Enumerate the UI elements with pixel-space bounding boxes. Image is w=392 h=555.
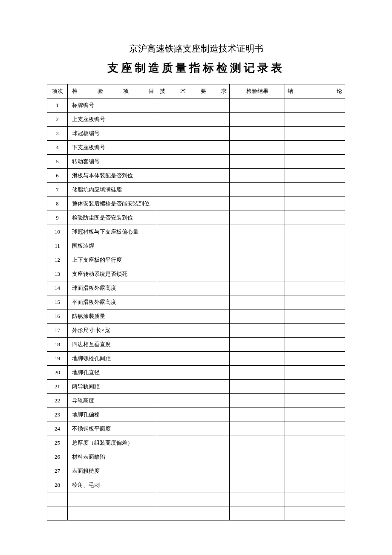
cell-idx: 22	[47, 394, 68, 408]
cell-idx: 18	[47, 338, 68, 352]
cell-item: 支座转动系统是否锁死	[68, 267, 157, 281]
cell-conclusion	[285, 366, 345, 380]
cell-conclusion	[285, 394, 345, 408]
cell-result	[230, 183, 285, 197]
cell-item: 平面滑板外露高度	[68, 295, 157, 309]
cell-req	[157, 281, 230, 295]
cell-result	[230, 225, 285, 239]
cell-item: 棱角、毛刺	[68, 478, 157, 492]
cell-item: 球面滑板外露高度	[68, 281, 157, 295]
cell-item: 球冠衬板与下支座板偏心量	[68, 225, 157, 239]
document-subtitle: 京沪高速铁路支座制造技术证明书	[47, 43, 345, 55]
cell-item: 下支座板编号	[68, 141, 157, 155]
cell-result	[230, 394, 285, 408]
table-row: 2上支座板编号	[47, 113, 345, 127]
table-row: 16防锈涂装质量	[47, 309, 345, 324]
table-row: 27表面粗糙度	[47, 464, 345, 478]
cell-item: 上下支座板的平行度	[68, 253, 157, 267]
cell-conclusion	[285, 380, 345, 394]
cell-conclusion	[285, 211, 345, 225]
cell-result	[230, 380, 285, 394]
cell-result	[230, 324, 285, 338]
cell-item: 表面粗糙度	[68, 464, 157, 478]
cell-result	[230, 309, 285, 324]
cell-result	[230, 155, 285, 169]
table-row: 12上下支座板的平行度	[47, 253, 345, 267]
table-row: 20地脚孔直径	[47, 366, 345, 380]
cell-conclusion	[285, 450, 345, 464]
cell-idx: 1	[47, 98, 68, 113]
cell-idx: 9	[47, 211, 68, 225]
table-row	[47, 506, 345, 520]
cell-result	[230, 281, 285, 295]
cell-idx: 3	[47, 127, 68, 141]
table-row: 13支座转动系统是否锁死	[47, 267, 345, 281]
cell-req	[157, 253, 230, 267]
table-row: 23地脚孔偏移	[47, 408, 345, 422]
cell-conclusion	[285, 309, 345, 324]
cell-result	[230, 506, 285, 520]
cell-req	[157, 197, 230, 211]
cell-idx: 5	[47, 155, 68, 169]
table-row: 28棱角、毛刺	[47, 478, 345, 492]
cell-req	[157, 211, 230, 225]
cell-item: 地脚螺栓孔间距	[68, 352, 157, 366]
cell-req	[157, 394, 230, 408]
cell-req	[157, 422, 230, 436]
cell-idx: 4	[47, 141, 68, 155]
cell-result	[230, 98, 285, 113]
table-row: 4下支座板编号	[47, 141, 345, 155]
cell-req	[157, 380, 230, 394]
cell-result	[230, 239, 285, 253]
cell-item: 滑板与本体装配是否到位	[68, 169, 157, 183]
cell-item: 地脚孔直径	[68, 366, 157, 380]
cell-item: 外形尺寸:长×宽	[68, 324, 157, 338]
cell-result	[230, 267, 285, 281]
cell-conclusion	[285, 338, 345, 352]
cell-result	[230, 408, 285, 422]
table-row: 15平面滑板外露高度	[47, 295, 345, 309]
cell-result	[230, 197, 285, 211]
table-row: 6滑板与本体装配是否到位	[47, 169, 345, 183]
cell-result	[230, 352, 285, 366]
cell-idx: 16	[47, 309, 68, 324]
cell-req	[157, 436, 230, 450]
cell-conclusion	[285, 197, 345, 211]
cell-idx: 21	[47, 380, 68, 394]
cell-req	[157, 183, 230, 197]
cell-conclusion	[285, 436, 345, 450]
cell-req	[157, 366, 230, 380]
document-title: 支座制造质量指标检测记录表	[47, 61, 345, 75]
cell-conclusion	[285, 98, 345, 113]
table-body: 1标牌编号2上支座板编号3球冠板编号4下支座板编号5转动套编号6滑板与本体装配是…	[47, 98, 345, 520]
cell-item: 四边相互垂直度	[68, 338, 157, 352]
cell-result	[230, 253, 285, 267]
cell-req	[157, 113, 230, 127]
cell-result	[230, 169, 285, 183]
cell-conclusion	[285, 492, 345, 506]
table-row: 22导轨高度	[47, 394, 345, 408]
table-row: 26材料表面缺陷	[47, 450, 345, 464]
cell-conclusion	[285, 253, 345, 267]
cell-req	[157, 98, 230, 113]
cell-conclusion	[285, 324, 345, 338]
cell-idx	[47, 506, 68, 520]
cell-conclusion	[285, 225, 345, 239]
header-result: 检验结果	[230, 84, 285, 98]
table-row: 21两导轨间距	[47, 380, 345, 394]
cell-idx: 17	[47, 324, 68, 338]
cell-conclusion	[285, 155, 345, 169]
cell-req	[157, 506, 230, 520]
cell-idx	[47, 492, 68, 506]
cell-req	[157, 408, 230, 422]
cell-conclusion	[285, 267, 345, 281]
header-req: 技 术 要 求	[157, 84, 230, 98]
cell-req	[157, 169, 230, 183]
cell-req	[157, 141, 230, 155]
cell-req	[157, 267, 230, 281]
table-header-row: 项次 检 验 项 目 技 术 要 求 检验结果 结 论	[47, 84, 345, 98]
table-row: 17外形尺寸:长×宽	[47, 324, 345, 338]
cell-result	[230, 127, 285, 141]
cell-conclusion	[285, 408, 345, 422]
cell-result	[230, 422, 285, 436]
